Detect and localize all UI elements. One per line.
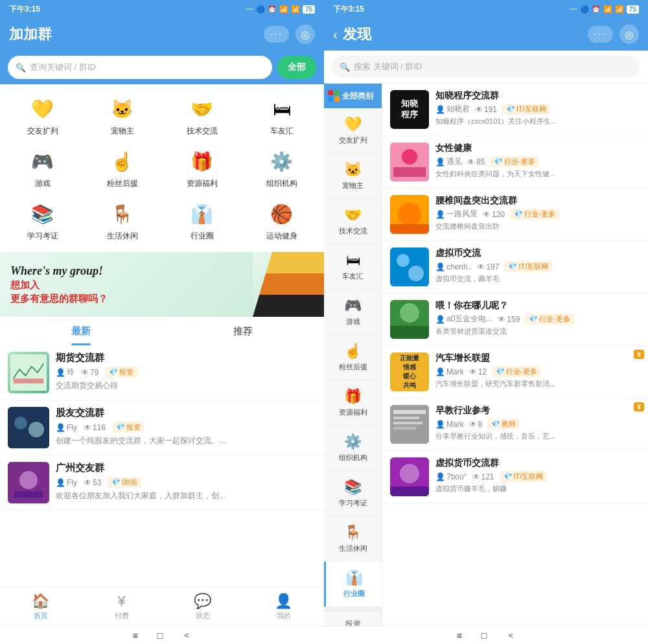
discover-desc-6: 汽车增长联盟，研究汽车新零售新消... (435, 379, 640, 389)
right-gesture-home[interactable]: □ (481, 630, 487, 641)
left-gesture-menu[interactable]: ≡ (133, 630, 138, 641)
discover-info-5: 喂！你在哪儿呢？ 👤 a0五金全电... 👁 159 💎 行业-更多 各类管材进… (435, 300, 640, 339)
left-search-input[interactable]: 🔍 查询关键词 / 群ID (8, 56, 272, 79)
left-search-row: 🔍 查询关键词 / 群ID 全部 (0, 51, 324, 84)
sidebar-pet[interactable]: 🐱 宠物主 (324, 154, 382, 199)
sidebar-all-categories[interactable]: 全部类别 (324, 84, 382, 108)
group-desc-1: 交流期货交易心得 (56, 380, 316, 391)
discover-wrap-6: ¥ 正能量情感暖心共鸣 汽车增长联盟 👤 Mark 👁 12 💎 行业-更多 (382, 346, 648, 398)
right-search-input[interactable]: 🔍 搜索 关键词 / 群ID (332, 56, 640, 78)
right-gesture-menu[interactable]: ≡ (457, 630, 462, 641)
right-search-bar: 🔍 搜索 关键词 / 群ID (324, 51, 648, 84)
cat-fan[interactable]: ☝️ 粉丝后援 (82, 142, 162, 194)
sidebar-resource[interactable]: 🎁 资源福利 (324, 380, 382, 426)
nav-pay[interactable]: ¥ 付费 (81, 588, 162, 626)
left-panel: 下午3:15 ···· 🔵 ⏰ 📶 📶 75 加加群 ··· ◎ 🔍 查询关键词… (0, 0, 324, 644)
right-nav-bar: ‹ 发现 ··· ◎ (324, 18, 648, 51)
svg-point-15 (397, 254, 410, 267)
tab-recommend[interactable]: 推荐 (162, 317, 324, 345)
sidebar-car[interactable]: 🛏 车友汇 (324, 244, 382, 290)
right-status-icons: ···· 🔵 ⏰ 📶 📶 75 (570, 5, 639, 14)
sidebar-study[interactable]: 📚 学习考证 (324, 471, 382, 516)
discover-info-7: 早教行业参考 👤 Mark 👁 8 💎 教师 分享早教行业知识，感统，音乐，艺.… (435, 405, 640, 444)
discover-meta-2: 👤 遇见 👁 85 💎 行业-更多 (435, 156, 640, 167)
left-battery: 75 (303, 5, 315, 14)
right-gesture-back[interactable]: ＜ (506, 630, 515, 641)
tab-latest[interactable]: 最新 (0, 317, 162, 345)
discover-desc-3: 交流腰椎间盘突出防 (435, 222, 640, 231)
svg-rect-10 (393, 167, 426, 177)
right-nav-actions: ··· ◎ (588, 25, 639, 44)
discover-item-7[interactable]: 早教行业参考 👤 Mark 👁 8 💎 教师 分享早教行业知识，感统，音乐，艺.… (382, 398, 648, 451)
discover-item-3[interactable]: 腰椎间盘突出交流群 👤 一路风景 👁 120 💎 行业-更多 交流腰椎间盘突出防 (382, 189, 648, 241)
svg-point-18 (400, 303, 419, 323)
cat-pet[interactable]: 🐱 宠物主 (82, 89, 162, 142)
cat-resource[interactable]: 🎁 资源福利 (162, 142, 242, 194)
group-item-3[interactable]: 广州交友群 👤 Fly 👁 53 💎 00后 欢迎各位朋友加入我们大家庭，入群加… (0, 455, 324, 511)
group-desc-3: 欢迎各位朋友加入我们大家庭，入群加群主，创... (56, 490, 316, 501)
left-all-btn[interactable]: 全部 (277, 56, 316, 79)
discover-desc-2: 女性妇科炎症类问题，为天下女性健... (435, 169, 640, 179)
svg-rect-21 (393, 410, 426, 414)
right-time: 下午3:15 (333, 4, 364, 15)
sidebar-game[interactable]: 🎮 游戏 (324, 290, 382, 335)
cat-org[interactable]: ⚙️ 组织机构 (242, 142, 321, 194)
left-scan-btn[interactable]: ◎ (295, 25, 315, 44)
cat-life[interactable]: 🪑 生活休闲 (82, 194, 162, 247)
discover-item-4[interactable]: 虚拟币交流 👤 chenh.. 👁 197 💎 IT/互联网 虚拟币交流，薅羊毛 (382, 241, 648, 293)
left-status-bar: 下午3:15 ···· 🔵 ⏰ 📶 📶 75 (0, 0, 324, 18)
nav-status[interactable]: 💬 状态 (162, 588, 243, 626)
sidebar-org[interactable]: ⚙️ 组织机构 (324, 426, 382, 471)
svg-point-9 (402, 149, 417, 165)
discover-item-2[interactable]: 女性健康 👤 遇见 👁 85 💎 行业-更多 女性妇科炎症类问题，为天下女性健.… (382, 136, 648, 189)
right-discover-list: 知晓程序 知晓程序交流群 👤 知晓君 👁 191 💎 IT/互联网 知晓程序（z… (382, 84, 648, 626)
cat-study[interactable]: 📚 学习考证 (3, 194, 82, 247)
cat-tech[interactable]: 🤝 技术交流 (162, 89, 242, 142)
right-content: 全部类别 💛 交友扩列 🐱 宠物主 🤝 技术交流 🛏 车友汇 (324, 84, 648, 626)
discover-desc-1: 知晓程序（zxcx0101）关注小程序生... (435, 117, 640, 126)
group-thumb-1 (8, 352, 49, 393)
discover-item-8[interactable]: 虚拟货币交流群 👤 7bou° 👁 121 💎 IT/互联网 虚拟货币赚羊毛，躺… (382, 451, 648, 503)
left-gesture-back[interactable]: ＜ (182, 630, 191, 641)
svg-rect-0 (10, 354, 47, 391)
sidebar-life[interactable]: 🪑 生活休闲 (324, 516, 382, 562)
discover-item-5[interactable]: 喂！你在哪儿呢？ 👤 a0五金全电... 👁 159 💎 行业-更多 各类管材进… (382, 293, 648, 346)
discover-item-6[interactable]: 正能量情感暖心共鸣 汽车增长联盟 👤 Mark 👁 12 💎 行业-更多 汽车增… (382, 346, 648, 398)
right-search-icon: 🔍 (340, 62, 350, 72)
discover-desc-4: 虚拟币交流，薅羊毛 (435, 274, 640, 284)
sidebar-fan[interactable]: ☝️ 粉丝后援 (324, 335, 382, 380)
left-bottom-nav: 🏠 首页 ¥ 付费 💬 状态 👤 我的 (0, 587, 324, 626)
left-more-btn[interactable]: ··· (264, 26, 289, 43)
discover-info-8: 虚拟货币交流群 👤 7bou° 👁 121 💎 IT/互联网 虚拟货币赚羊毛，躺… (435, 457, 640, 496)
right-back-btn[interactable]: ‹ (333, 27, 338, 42)
left-nav-bar: 加加群 ··· ◎ (0, 18, 324, 51)
group-item-2[interactable]: 股友交流群 👤 Fly 👁 116 💎 投资 创建一个纯股友的交流群，大家一起探… (0, 400, 324, 455)
svg-rect-14 (390, 247, 429, 286)
sidebar-industry[interactable]: 👔 行业圈 (324, 562, 382, 607)
sidebar-tech[interactable]: 🤝 技术交流 (324, 199, 382, 244)
cat-game[interactable]: 🎮 游戏 (3, 142, 82, 194)
cat-social[interactable]: 💛 交友扩列 (3, 89, 82, 142)
right-scan-btn[interactable]: ◎ (619, 25, 639, 44)
group-item-1[interactable]: 期货交流群 👤 玲 👁 79 💎 投资 交流期货交易心得 (0, 345, 324, 400)
sidebar-invest[interactable]: 投资 (324, 612, 382, 626)
left-gesture-home[interactable]: □ (157, 630, 163, 641)
left-time: 下午3:15 (9, 4, 40, 15)
discover-item-1[interactable]: 知晓程序 知晓程序交流群 👤 知晓君 👁 191 💎 IT/互联网 知晓程序（z… (382, 84, 648, 136)
left-search-placeholder: 查询关键词 / 群ID (30, 62, 96, 73)
discover-name-3: 腰椎间盘突出交流群 (435, 195, 640, 207)
nav-home[interactable]: 🏠 首页 (0, 588, 81, 626)
cat-sport[interactable]: 🏀 运动健身 (242, 194, 321, 247)
cat-fan-label: 粉丝后援 (107, 178, 138, 189)
cat-car[interactable]: 🛏 车友汇 (242, 89, 321, 142)
nav-me[interactable]: 👤 我的 (243, 588, 324, 626)
discover-desc-5: 各类管材进货渠道交流 (435, 327, 640, 336)
right-gesture-bar: ≡ □ ＜ (324, 626, 648, 644)
cat-industry[interactable]: 👔 行业圈 (162, 194, 242, 247)
right-more-btn[interactable]: ··· (588, 26, 613, 43)
left-banner[interactable]: Where's my group! 想加入 更多有意思的群聊吗？ (0, 252, 324, 317)
discover-name-1: 知晓程序交流群 (435, 90, 640, 102)
discover-meta-4: 👤 chenh.. 👁 197 💎 IT/互联网 (435, 261, 640, 272)
sidebar-social[interactable]: 💛 交友扩列 (324, 108, 382, 154)
discover-meta-5: 👤 a0五金全电... 👁 159 💎 行业-更多 (435, 314, 640, 325)
